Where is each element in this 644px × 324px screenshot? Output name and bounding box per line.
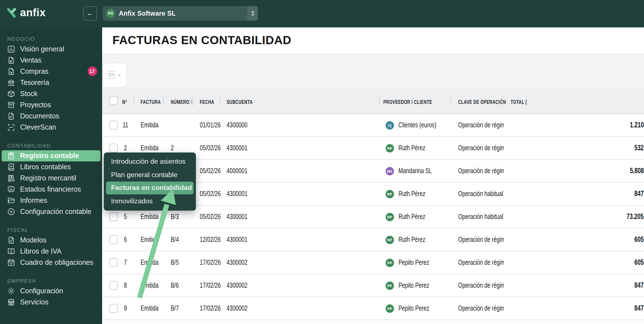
sidebar-item[interactable]: Informes bbox=[2, 195, 100, 206]
select-all-checkbox[interactable] bbox=[109, 96, 118, 105]
sidebar-item[interactable]: Configuración bbox=[2, 285, 100, 296]
table-row[interactable]: 9 Emitida B/7 17/02/26 4300002 PP Pepito… bbox=[102, 297, 644, 320]
sidebar-item[interactable]: Ventas bbox=[2, 54, 100, 66]
avatar: C( bbox=[385, 121, 394, 130]
sidebar-section-negocio: NEGOCIO Visión general Ventas bbox=[0, 34, 102, 133]
sidebar-item[interactable]: Tesorería bbox=[2, 77, 100, 88]
bank-icon bbox=[7, 78, 15, 86]
row-checkbox[interactable] bbox=[109, 281, 118, 290]
column-divider bbox=[193, 96, 193, 106]
sidebar-section-empresa: EMPRESA Configuración Servicios bbox=[0, 276, 102, 308]
table-row[interactable]: 11 Emitida 01/01/26 4300000 C( Clientes … bbox=[102, 114, 644, 137]
sidebar-item[interactable]: Proyectos bbox=[2, 99, 100, 110]
avatar: RP bbox=[385, 213, 394, 221]
sidebar-item-label: Compras bbox=[20, 67, 48, 75]
registro-contable-submenu: Introducción de asientos Plan general co… bbox=[104, 152, 196, 210]
page-title: FACTURAS EN CONTABILIDAD bbox=[112, 34, 291, 47]
column-header-total[interactable]: TOTAL ( bbox=[511, 88, 535, 114]
avatar: RP bbox=[385, 190, 394, 198]
column-divider bbox=[163, 96, 163, 106]
row-checkbox[interactable] bbox=[109, 258, 118, 267]
easel-chart-icon bbox=[7, 185, 15, 193]
chart-icon bbox=[7, 45, 15, 53]
chevron-up-icon bbox=[251, 10, 254, 13]
sidebar-item[interactable]: Registro mercantil bbox=[2, 172, 100, 184]
topbar: anfix ← AS Anfix Software SL bbox=[0, 0, 644, 27]
sidebar-item[interactable]: Libros de IVA bbox=[2, 246, 100, 257]
column-header-factura[interactable]: FACTURA bbox=[141, 88, 170, 114]
row-checkbox[interactable] bbox=[109, 144, 118, 153]
calendar-check-icon bbox=[7, 258, 15, 266]
table-body: 11 Emitida 01/01/26 4300000 C( Clientes … bbox=[102, 114, 644, 324]
books-icon bbox=[7, 174, 15, 182]
column-header-subcuenta[interactable]: SUBCUENTA bbox=[227, 88, 265, 114]
sales-doc-icon bbox=[7, 56, 15, 64]
sidebar-item[interactable]: Servicios bbox=[2, 296, 100, 308]
sidebar-item[interactable]: Modelos bbox=[2, 234, 100, 246]
submenu-item[interactable]: Introducción de asientos bbox=[106, 155, 194, 168]
submenu-item[interactable]: Facturas en contabilidad bbox=[106, 181, 194, 194]
sidebar-item-label: Tesorería bbox=[20, 78, 49, 86]
app-window: anfix ← AS Anfix Software SL NEGOCIO Vis… bbox=[0, 0, 644, 324]
sidebar-item-label: Informes bbox=[20, 196, 47, 204]
anfix-logo: anfix bbox=[6, 7, 46, 19]
table-row[interactable]: 6 Emitida B/4 12/02/26 4300001 RP Ruth P… bbox=[102, 228, 644, 251]
submenu-item-label: Inmovilizados bbox=[111, 197, 153, 205]
company-selector-spinner[interactable] bbox=[247, 6, 258, 20]
sidebar-item[interactable]: Compras 17 bbox=[2, 66, 100, 77]
column-divider bbox=[133, 96, 134, 106]
sidebar-item[interactable]: Configuración contable bbox=[2, 206, 100, 217]
row-checkbox[interactable] bbox=[109, 212, 118, 221]
row-checkbox[interactable] bbox=[109, 235, 118, 244]
sidebar-item-label: Estados financieros bbox=[20, 185, 81, 193]
avatar: PP bbox=[385, 258, 394, 267]
row-checkbox[interactable] bbox=[109, 304, 118, 313]
avatar: PP bbox=[385, 281, 394, 290]
column-divider bbox=[379, 96, 379, 106]
sidebar-item[interactable]: Documentos bbox=[2, 110, 100, 122]
table-row[interactable]: 8 Emitida B/6 17/02/26 4300002 PP Pepito… bbox=[102, 274, 644, 297]
toolbar: + bbox=[102, 54, 644, 88]
page-header: FACTURAS EN CONTABILIDAD bbox=[102, 27, 644, 54]
sidebar-item-label: CleverScan bbox=[20, 123, 56, 131]
calculator-icon bbox=[7, 152, 15, 159]
back-button[interactable]: ← bbox=[83, 6, 97, 20]
submenu-item[interactable]: Inmovilizados bbox=[106, 194, 194, 208]
box-icon bbox=[7, 90, 15, 97]
sidebar-section-contabilidad: CONTABILIDAD Registro contable Libros co… bbox=[0, 140, 102, 217]
sidebar-item[interactable]: CleverScan bbox=[2, 122, 100, 133]
book-icon bbox=[7, 163, 15, 171]
sii-button[interactable]: SII bbox=[102, 62, 127, 87]
column-header-n[interactable]: N° bbox=[119, 88, 133, 114]
column-header-proveedor-cliente[interactable]: PROVEEDOR / CLIENTE bbox=[383, 88, 455, 114]
sidebar-section-label: FISCAL bbox=[0, 225, 102, 234]
column-header-numero[interactable]: NÚMERO ↑ bbox=[171, 88, 203, 114]
sidebar-item[interactable]: Estados financieros bbox=[2, 184, 100, 195]
logo-text: anfix bbox=[20, 7, 46, 19]
sidebar-item[interactable]: Cuadro de obligaciones bbox=[2, 257, 100, 268]
table-row[interactable]: 10 Emitida B/8 17/02/26 4300002 PP Pepit… bbox=[102, 320, 644, 324]
count-badge: 17 bbox=[87, 66, 97, 76]
column-header-fecha[interactable]: FECHA bbox=[200, 88, 221, 114]
avatar: RP bbox=[385, 235, 394, 244]
sidebar-item[interactable]: Registro contable bbox=[2, 150, 100, 161]
sidebar-section-fiscal: FISCAL Modelos Libros de IVA bbox=[0, 225, 102, 268]
avatar: PP bbox=[385, 304, 394, 313]
company-selector[interactable]: AS Anfix Software SL bbox=[103, 6, 258, 20]
table-row[interactable]: 7 Emitida B/5 17/02/26 4300002 PP Pepito… bbox=[102, 251, 644, 274]
sidebar-item-label: Modelos bbox=[20, 236, 47, 244]
sidebar-item-label: Cuadro de obligaciones bbox=[20, 258, 93, 266]
file-percent-icon bbox=[7, 236, 15, 244]
sidebar-item-label: Registro mercantil bbox=[20, 174, 76, 182]
sidebar-item[interactable]: Libros contables bbox=[2, 161, 100, 172]
scan-icon bbox=[7, 123, 15, 131]
archive-icon bbox=[7, 101, 15, 109]
submenu-item[interactable]: Plan general contable bbox=[106, 168, 194, 181]
sidebar-item[interactable]: Visión general bbox=[2, 43, 100, 54]
avatar: MS bbox=[385, 167, 394, 175]
row-checkbox[interactable] bbox=[109, 121, 118, 130]
document-icon bbox=[7, 112, 15, 120]
sidebar-item[interactable]: Stock bbox=[2, 88, 100, 99]
sidebar-item-label: Ventas bbox=[20, 56, 41, 64]
submenu-item-label: Introducción de asientos bbox=[111, 158, 186, 166]
